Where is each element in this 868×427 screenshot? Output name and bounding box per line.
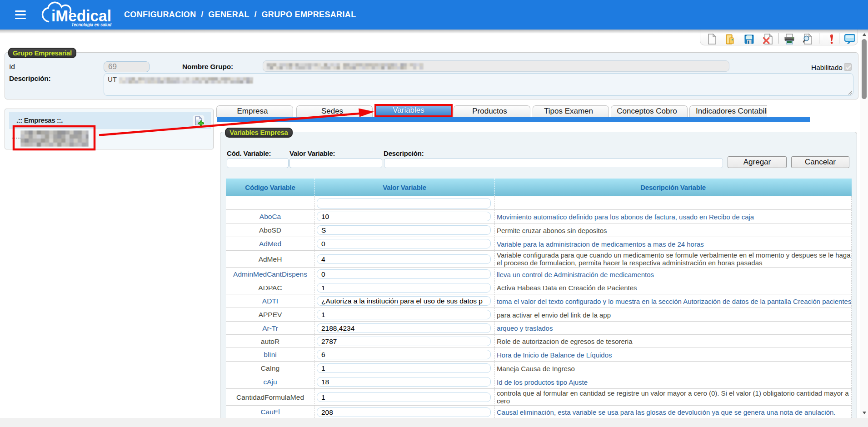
svg-text:Tecnología en salud: Tecnología en salud [71, 21, 112, 27]
